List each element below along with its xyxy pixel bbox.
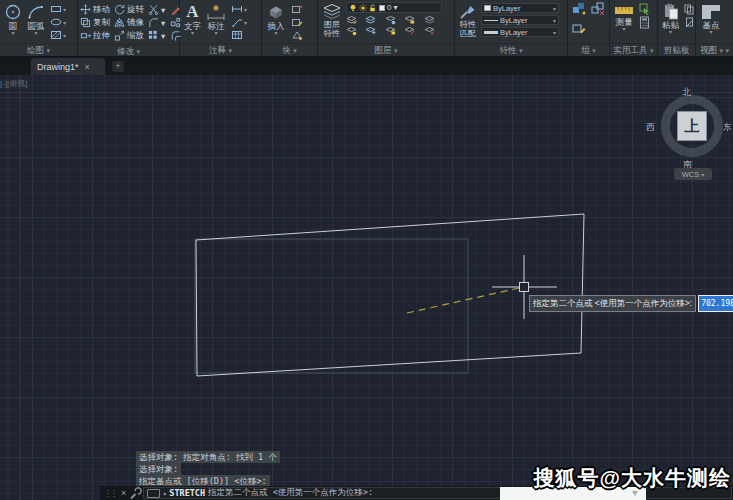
panel-caret-icon: ▾	[228, 47, 232, 54]
create-block-button[interactable]	[290, 3, 304, 15]
dropdown-caret-icon: ▾	[214, 31, 217, 36]
panel-label-block[interactable]: 块 ▾	[262, 43, 317, 56]
dropdown-caret-icon: ▾	[669, 30, 672, 35]
layer-tool-icon[interactable]	[346, 26, 357, 36]
move-button[interactable]: 移动	[80, 3, 112, 16]
layer-tool-icon[interactable]	[365, 15, 376, 25]
panel-label-annotation[interactable]: 注释 ▾	[180, 43, 261, 56]
insert-block-button[interactable]: 插入 ▾	[265, 2, 287, 37]
ungroup-button[interactable]	[590, 2, 606, 14]
table-button[interactable]	[230, 29, 248, 41]
match-properties-button[interactable]: 特性 匹配	[458, 2, 478, 39]
mirror-button[interactable]: 镜像	[114, 16, 146, 29]
paste-button[interactable]: 粘贴 ▾	[661, 2, 680, 36]
block-attributes-button[interactable]	[290, 29, 304, 41]
viewcube-north-label[interactable]: 北	[682, 86, 691, 99]
panel-label-draw[interactable]: 绘图 ▾	[0, 43, 77, 56]
edit-block-icon	[291, 16, 303, 28]
dropdown-caret-icon: ▾	[63, 6, 66, 13]
layer-tool-icon[interactable]	[365, 26, 376, 36]
linear-dimension-button[interactable]: ▾	[230, 3, 248, 15]
scale-button[interactable]: 缩放	[114, 29, 146, 42]
circle-button[interactable]: 圆 ▾	[3, 2, 23, 37]
layer-properties-button[interactable]: 图层 特性	[321, 2, 343, 39]
stretched-quadrilateral	[196, 214, 584, 376]
panel-label-clipboard[interactable]: 剪贴板	[658, 43, 695, 56]
rectangle-button[interactable]: ▾	[49, 3, 67, 15]
cut-clip-button[interactable]	[683, 16, 696, 28]
wcs-dropdown[interactable]: WCS ▾	[674, 168, 712, 180]
copy-clip-button[interactable]	[683, 3, 696, 15]
original-rectangle-outline	[195, 239, 468, 373]
ellipse-button[interactable]: ▾	[49, 16, 67, 28]
dropdown-caret-icon: ▾	[701, 171, 704, 178]
color-swatch-icon	[484, 5, 491, 11]
current-layer-name: 0	[387, 3, 391, 12]
layer-tool-icon[interactable]	[385, 15, 396, 25]
viewcube-top-face[interactable]: 上	[677, 111, 707, 141]
array-button[interactable]: ▾	[148, 29, 168, 42]
viewcube-west-label[interactable]: 西	[646, 121, 655, 134]
panel-label-utilities[interactable]: 实用工具 ▾	[610, 43, 657, 56]
group-button[interactable]	[571, 2, 587, 14]
panel-modify: 移动 旋转 ▾	[78, 0, 180, 56]
viewcube-east-label[interactable]: 东	[723, 121, 732, 134]
command-options-icon[interactable]	[147, 489, 160, 498]
group-edit-button[interactable]	[571, 23, 587, 35]
panel-caret-icon: ▾	[519, 47, 523, 54]
layer-select-dropdown[interactable]: 0 ▾	[346, 2, 442, 13]
create-block-icon	[291, 3, 303, 15]
paste-icon	[663, 3, 679, 20]
rotate-button[interactable]: 旋转	[114, 3, 146, 16]
stretch-button[interactable]: 拉伸	[80, 29, 112, 42]
move-icon	[80, 4, 91, 15]
watermark: 搜狐号@大水牛测绘	[534, 464, 731, 492]
dropdown-caret-icon: ▾	[34, 31, 37, 36]
cut-clip-icon	[684, 17, 695, 28]
leader-icon	[231, 16, 243, 28]
lineweight-dropdown[interactable]: ByLayer ▾	[481, 27, 559, 37]
copy-button[interactable]: 复制	[80, 16, 112, 29]
dock-close-icon[interactable]: ×	[118, 488, 129, 498]
linetype-dropdown[interactable]: ByLayer ▾	[481, 15, 559, 25]
table-icon	[231, 29, 243, 41]
dimension-button[interactable]: 标注 ▾	[205, 2, 227, 37]
fillet-button[interactable]: ▾	[148, 16, 168, 29]
base-button[interactable]: 基点 ▾	[699, 2, 723, 36]
quick-select-button[interactable]	[638, 3, 652, 15]
layer-tool-icon[interactable]	[404, 26, 415, 36]
calculator-button[interactable]	[638, 16, 652, 28]
hatch-button[interactable]: ▾	[49, 29, 67, 41]
tab-drawing1[interactable]: Drawing1* ×	[31, 58, 105, 75]
panel-properties: 特性 匹配 ByLayer ▾ ByLayer ▾	[455, 0, 568, 56]
measure-icon	[614, 3, 634, 17]
edit-block-button[interactable]	[290, 16, 304, 28]
customize-wrench-icon[interactable]	[129, 487, 142, 500]
dock-grip-handle[interactable]: ⋮⋮	[100, 489, 118, 498]
dropdown-caret-icon: ▾	[161, 5, 165, 15]
layer-tool-icon[interactable]	[424, 15, 435, 25]
panel-label-groups[interactable]: 组 ▾	[568, 43, 609, 56]
panel-label-properties[interactable]: 特性 ▾	[455, 43, 567, 56]
dynamic-input-distance-field[interactable]: 702.1980	[698, 295, 733, 312]
arc-button[interactable]: 圆弧 ▾	[26, 2, 46, 37]
layer-tool-icon[interactable]	[404, 15, 415, 25]
panel-caret-icon: ▾	[136, 48, 140, 55]
object-color-dropdown[interactable]: ByLayer ▾	[481, 3, 559, 13]
leader-button[interactable]: ▾	[230, 16, 248, 28]
measure-button[interactable]: 测量 ▾	[613, 2, 635, 33]
layer-tool-icon[interactable]	[424, 26, 435, 36]
panel-label-view[interactable]: 视图 ▾ ▾	[696, 43, 733, 56]
layer-tool-icon[interactable]	[385, 26, 396, 36]
trim-button[interactable]: ▾	[148, 3, 168, 16]
layer-tool-icon[interactable]	[346, 15, 357, 25]
text-button[interactable]: A 文字 ▾	[183, 2, 202, 37]
rectangle-icon	[50, 3, 62, 15]
new-tab-button[interactable]: +	[112, 61, 124, 72]
copy-icon	[80, 17, 91, 28]
dropdown-caret-icon: ▾	[553, 17, 556, 24]
drawing-canvas[interactable]: [-][俯视] 上 北 南 西 东 WCS ▾ 指定	[0, 75, 733, 500]
panel-label-layers[interactable]: 图层 ▾	[318, 43, 454, 56]
panel-label-modify[interactable]: 修改 ▾	[78, 44, 179, 57]
tab-close-icon[interactable]: ×	[85, 62, 90, 72]
